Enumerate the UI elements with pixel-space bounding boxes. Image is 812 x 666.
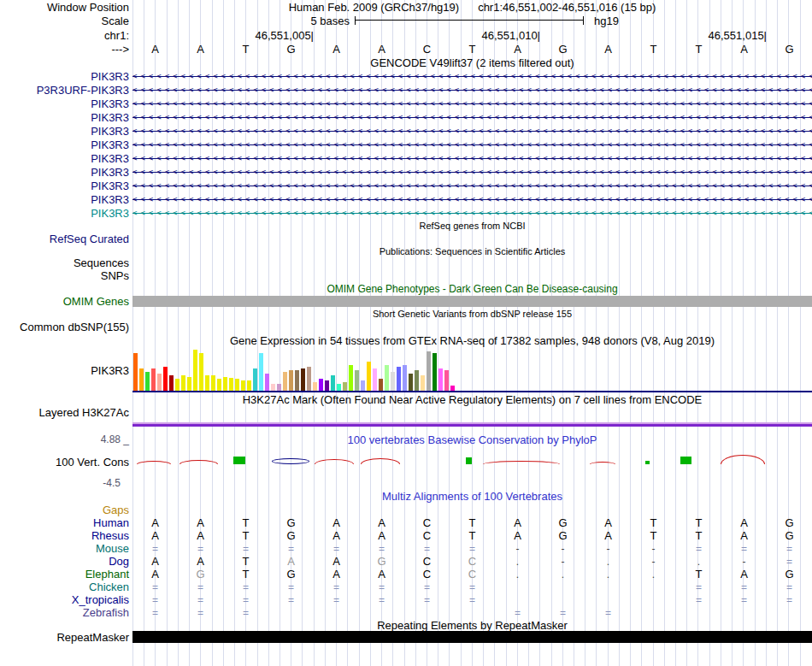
repeatmasker-label[interactable]: RepeatMasker bbox=[0, 631, 132, 644]
gene-track[interactable]: <<<<<<<<<<<<<<<<<<<<<<<<<<<<<<<<<<<<<<<<… bbox=[132, 124, 812, 138]
phylop-negative-mark bbox=[272, 458, 309, 464]
species-alignment-track[interactable] bbox=[132, 504, 812, 516]
species-label[interactable]: Mouse bbox=[0, 542, 132, 555]
base-cell: = bbox=[767, 594, 812, 606]
gene-track[interactable]: <<<<<<<<<<<<<<<<<<<<<<<<<<<<<<<<<<<<<<<<… bbox=[132, 69, 812, 83]
gene-track[interactable]: <<<<<<<<<<<<<<<<<<<<<<<<<<<<<<<<<<<<<<<<… bbox=[132, 151, 812, 165]
gene-track[interactable]: <<<<<<<<<<<<<<<<<<<<<<<<<<<<<<<<<<<<<<<<… bbox=[132, 165, 812, 179]
gene-label[interactable]: PIK3R3 bbox=[0, 138, 132, 151]
species-label[interactable]: Dog bbox=[0, 555, 132, 568]
strand-arrows-left: <<<<<<<<<<<<<<<<<<<<<<<<<<<<<<<<<<<<<<<<… bbox=[132, 99, 812, 108]
assembly-short-label: hg19 bbox=[594, 15, 619, 27]
h3k27ac-title[interactable]: H3K27Ac Mark (Often Found Near Active Re… bbox=[132, 392, 812, 406]
species-label[interactable]: Chicken bbox=[0, 581, 132, 593]
species-alignment-track[interactable]: AATGAACTAGATTAG bbox=[132, 516, 812, 529]
gene-label[interactable]: PIK3R3 bbox=[0, 97, 132, 110]
gtex-bars bbox=[133, 350, 455, 391]
gene-track[interactable]: <<<<<<<<<<<<<<<<<<<<<<<<<<<<<<<<<<<<<<<<… bbox=[132, 110, 812, 124]
gene-track[interactable]: <<<<<<<<<<<<<<<<<<<<<<<<<<<<<<<<<<<<<<<<… bbox=[132, 192, 812, 206]
gene-label[interactable]: PIK3R3 bbox=[0, 165, 132, 179]
publications-title[interactable]: Publications: Sequences in Scientific Ar… bbox=[132, 245, 812, 256]
species-alignment-track[interactable]: =========== bbox=[132, 581, 812, 593]
base-cell: T bbox=[223, 43, 268, 56]
gene-track[interactable]: <<<<<<<<<<<<<<<<<<<<<<<<<<<<<<<<<<<<<<<<… bbox=[132, 179, 812, 192]
base-cell: T bbox=[223, 555, 268, 568]
gene-label[interactable]: PIK3R3 bbox=[0, 206, 132, 220]
gtex-title[interactable]: Gene Expression in 54 tissues from GTEx … bbox=[132, 333, 812, 348]
species-label[interactable]: Zebrafish bbox=[0, 606, 132, 619]
phylop-title[interactable]: 100 vertebrates Basewise Conservation by… bbox=[132, 433, 812, 445]
coord-labels: 46,551,005|46,551,010|46,551,015| bbox=[132, 28, 812, 42]
species-alignment-track[interactable]: AATGAACTAGATTAG bbox=[132, 529, 812, 542]
base-cell: = bbox=[132, 607, 178, 619]
dbsnp-title[interactable]: Short Genetic Variants from dbSNP releas… bbox=[132, 308, 812, 320]
refseq-title[interactable]: RefSeq genes from NCBI bbox=[132, 220, 812, 232]
species-alignment-track[interactable]: =========== bbox=[132, 593, 812, 606]
phylop-track[interactable] bbox=[132, 445, 812, 478]
gene-label[interactable]: PIK3R3 bbox=[0, 124, 132, 138]
gene-track[interactable]: <<<<<<<<<<<<<<<<<<<<<<<<<<<<<<<<<<<<<<<<… bbox=[132, 138, 812, 151]
snps-track[interactable] bbox=[132, 269, 812, 282]
phylop-min-label: -4.5 _ bbox=[0, 478, 132, 488]
gene-track[interactable]: <<<<<<<<<<<<<<<<<<<<<<<<<<<<<<<<<<<<<<<<… bbox=[132, 206, 812, 220]
phylop-label[interactable]: 100 Vert. Cons bbox=[0, 445, 132, 478]
sequences-track[interactable] bbox=[132, 256, 812, 269]
omim-gene-bar[interactable] bbox=[132, 296, 812, 307]
strand-arrows-left: <<<<<<<<<<<<<<<<<<<<<<<<<<<<<<<<<<<<<<<<… bbox=[132, 127, 812, 135]
phylop-negative-mark bbox=[721, 455, 765, 464]
species-alignment-track[interactable]: ========----=== bbox=[132, 542, 812, 555]
species-label[interactable]: X_tropicalis bbox=[0, 593, 132, 606]
gene-label[interactable]: PIK3R3 bbox=[0, 69, 132, 83]
phylop-positive-mark bbox=[645, 461, 650, 464]
gene-track[interactable]: <<<<<<<<<<<<<<<<<<<<<<<<<<<<<<<<<<<<<<<<… bbox=[132, 83, 812, 97]
species-alignment-track[interactable]: AGTGAACC....TAG bbox=[132, 568, 812, 581]
gtex-tissue-bar bbox=[145, 372, 150, 391]
base-cell: C bbox=[404, 529, 450, 542]
scale-bar bbox=[355, 16, 584, 25]
gtex-tissue-bar bbox=[367, 362, 371, 391]
species-label[interactable]: Gaps bbox=[0, 504, 132, 516]
base-cell: . bbox=[495, 569, 540, 581]
base-cell: = bbox=[676, 543, 721, 555]
refseq-curated-track[interactable] bbox=[132, 232, 812, 245]
omim-genes-label[interactable]: OMIM Genes bbox=[0, 295, 132, 308]
base-cell: T bbox=[676, 568, 721, 581]
sequences-label[interactable]: Sequences bbox=[0, 256, 132, 269]
species-label[interactable]: Elephant bbox=[0, 568, 132, 581]
gene-label[interactable]: PIK3R3 bbox=[0, 110, 132, 124]
gtex-track[interactable] bbox=[132, 348, 812, 392]
refseq-curated-label[interactable]: RefSeq Curated bbox=[0, 232, 132, 245]
repeatmasker-track[interactable] bbox=[132, 631, 812, 644]
omim-title[interactable]: OMIM Gene Phenotypes - Dark Green Can Be… bbox=[132, 282, 812, 295]
h3k27ac-label[interactable]: Layered H3K27Ac bbox=[0, 406, 132, 433]
gtex-tissue-bar bbox=[385, 365, 389, 391]
gene-label[interactable]: PIK3R3 bbox=[0, 179, 132, 192]
gene-label[interactable]: PIK3R3 bbox=[0, 151, 132, 165]
gtex-tissue-bar bbox=[175, 379, 179, 391]
gene-track[interactable]: <<<<<<<<<<<<<<<<<<<<<<<<<<<<<<<<<<<<<<<<… bbox=[132, 97, 812, 110]
gtex-gene-label[interactable]: PIK3R3 bbox=[0, 348, 132, 392]
assembly-label: Human Feb. 2009 (GRCh37/hg19) bbox=[289, 1, 459, 14]
multiz-title[interactable]: Multiz Alignments of 100 Vertebrates bbox=[132, 488, 812, 504]
omim-track[interactable] bbox=[132, 295, 812, 308]
row-bases[interactable]: ---> AATGAACTAGATTAG bbox=[0, 42, 812, 56]
gencode-title[interactable]: GENCODE V49lift37 (2 items filtered out) bbox=[132, 56, 812, 69]
row-repeatmasker-track: RepeatMasker bbox=[0, 631, 812, 644]
dbsnp-label[interactable]: Common dbSNP(155) bbox=[0, 320, 132, 333]
species-label[interactable]: Human bbox=[0, 516, 132, 529]
repeatmasker-title[interactable]: Repeating Elements by RepeatMasker bbox=[132, 619, 812, 631]
snps-label[interactable]: SNPs bbox=[0, 269, 132, 282]
dbsnp-track[interactable] bbox=[132, 320, 812, 333]
gene-label[interactable]: PIK3R3 bbox=[0, 192, 132, 206]
species-alignment-track[interactable]: ====== bbox=[132, 606, 812, 619]
base-cell: A bbox=[721, 529, 767, 542]
base-cell: = bbox=[314, 581, 359, 593]
h3k27ac-track[interactable] bbox=[132, 406, 812, 433]
base-cell: G bbox=[540, 43, 585, 56]
row-omim-title: OMIM Gene Phenotypes - Dark Green Can Be… bbox=[0, 282, 812, 295]
species-label[interactable]: Rhesus bbox=[0, 529, 132, 542]
species-alignment-track[interactable]: AATAAGCC.-.-.-= bbox=[132, 555, 812, 568]
gene-label[interactable]: P3R3URF-PIK3R3 bbox=[0, 83, 132, 97]
base-cell: = bbox=[178, 581, 223, 593]
gtex-tissue-bar bbox=[139, 368, 144, 391]
